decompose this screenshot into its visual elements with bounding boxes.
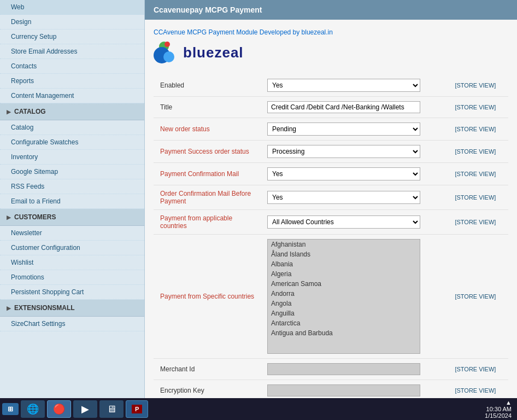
sidebar-item-customer-config[interactable]: Customer Configuration	[0, 241, 144, 255]
sidebar-section-catalog[interactable]: ▶CATALOG	[0, 103, 144, 120]
sidebar-item-rss-feeds[interactable]: RSS Feeds	[0, 179, 144, 194]
form-row-payment-specific-countries: Payment from Specific countries Afghanis…	[154, 235, 508, 359]
taskbar-media-btn[interactable]: ▶	[73, 400, 97, 418]
select-payment-confirmation-mail[interactable]: YesNo	[267, 167, 420, 180]
form-row-payment-from-countries: Payment from applicable countries All Al…	[154, 210, 508, 235]
logo-red-circle	[164, 42, 170, 47]
input-merchant-id[interactable]	[267, 363, 420, 375]
start-button[interactable]: ⊞	[2, 403, 19, 415]
bluezeal-logo-icon	[154, 42, 175, 63]
taskbar-computer-btn[interactable]: 🖥	[99, 400, 124, 418]
label-encryption-key: Encryption Key	[154, 380, 263, 399]
country-item[interactable]: Albania	[268, 259, 420, 269]
taskbar-active-app[interactable]: P	[126, 400, 148, 418]
country-item[interactable]: Antarctica	[268, 318, 420, 328]
listbox-payment-specific-countries[interactable]: AfghanistanÅland IslandsAlbaniaAlgeriaAm…	[267, 239, 420, 354]
scope-payment-success-status[interactable]: [STORE VIEW]	[450, 141, 508, 163]
sidebar-item-configurable-swatches[interactable]: Configurable Swatches	[0, 135, 144, 150]
sidebar-item-web[interactable]: Web	[0, 0, 144, 15]
input-cell-new-order-status: PendingProcessingComplete	[263, 118, 450, 141]
label-payment-success-status: Payment Success order status	[154, 141, 263, 163]
country-item[interactable]: Algeria	[268, 269, 420, 279]
sidebar-section-extensionsmall[interactable]: ▶EXTENSIONSMALL	[0, 300, 144, 317]
scope-merchant-id[interactable]: [STORE VIEW]	[450, 359, 508, 380]
input-cell-payment-from-countries: All Allowed CountriesSpecific Countries	[263, 210, 450, 235]
section-label: CUSTOMERS	[14, 213, 56, 221]
select-enabled[interactable]: YesNo	[267, 79, 420, 92]
scope-payment-specific-countries[interactable]: [STORE VIEW]	[450, 235, 508, 359]
input-encryption-key[interactable]	[267, 384, 420, 396]
taskbar: ⊞ 🌐 🔴 ▶ 🖥 P ▲10:30 AM1/15/2024	[0, 398, 517, 420]
form-row-enabled: Enabled YesNo [STORE VIEW]	[154, 74, 508, 97]
label-order-confirmation-mail: Order Confirmation Mail Before Payment	[154, 185, 263, 210]
select-new-order-status[interactable]: PendingProcessingComplete	[267, 122, 420, 136]
input-cell-title	[263, 97, 450, 118]
sidebar-item-catalog-item[interactable]: Catalog	[0, 120, 144, 135]
label-payment-from-countries: Payment from applicable countries	[154, 210, 263, 235]
active-app-icon: P	[132, 405, 142, 413]
input-cell-merchant-id	[263, 359, 450, 380]
input-cell-payment-success-status: PendingProcessingComplete	[263, 141, 450, 163]
sidebar-item-contacts[interactable]: Contacts	[0, 59, 144, 74]
scope-payment-confirmation-mail[interactable]: [STORE VIEW]	[450, 163, 508, 185]
scope-new-order-status[interactable]: [STORE VIEW]	[450, 118, 508, 141]
select-payment-success-status[interactable]: PendingProcessingComplete	[267, 145, 420, 158]
country-item[interactable]: Antigua and Barbuda	[268, 328, 420, 338]
country-item[interactable]: Anguilla	[268, 308, 420, 318]
taskbar-browser-btn[interactable]: 🌐	[21, 400, 45, 418]
sidebar-item-inventory[interactable]: Inventory	[0, 150, 144, 165]
input-title[interactable]	[267, 101, 420, 113]
settings-form: Enabled YesNo [STORE VIEW] Title [STORE …	[154, 74, 508, 398]
section-arrow-icon: ▶	[7, 305, 11, 311]
country-item[interactable]: Åland Islands	[268, 249, 420, 259]
sidebar-section-customers[interactable]: ▶CUSTOMERS	[0, 209, 144, 226]
form-row-encryption-key: Encryption Key [STORE VIEW]	[154, 380, 508, 399]
country-item[interactable]: Angola	[268, 299, 420, 308]
sidebar-item-content-management[interactable]: Content Management	[0, 89, 144, 103]
select-order-confirmation-mail[interactable]: YesNo	[267, 191, 420, 204]
sidebar-item-google-sitemap[interactable]: Google Sitemap	[0, 165, 144, 179]
input-cell-payment-confirmation-mail: YesNo	[263, 163, 450, 185]
main-content: Ccavenuepay MCPG Payment CCAvenue MCPG P…	[145, 0, 517, 398]
country-item[interactable]: Andorra	[268, 289, 420, 299]
bluezeal-logo-text: bluezeal	[183, 44, 244, 61]
sidebar-item-store-email[interactable]: Store Email Addresses	[0, 44, 144, 59]
sidebar-item-currency-setup[interactable]: Currency Setup	[0, 30, 144, 44]
input-cell-encryption-key	[263, 380, 450, 399]
scope-payment-from-countries[interactable]: [STORE VIEW]	[450, 210, 508, 235]
scope-order-confirmation-mail[interactable]: [STORE VIEW]	[450, 185, 508, 210]
sidebar-item-newsletter[interactable]: Newsletter	[0, 226, 144, 241]
form-row-merchant-id: Merchant Id [STORE VIEW]	[154, 359, 508, 380]
form-row-payment-confirmation-mail: Payment Confirmation Mail YesNo [STORE V…	[154, 163, 508, 185]
form-row-title: Title [STORE VIEW]	[154, 97, 508, 118]
section-label: CATALOG	[14, 108, 46, 115]
content-body: CCAvenue MCPG Payment Module Developed b…	[145, 20, 517, 398]
label-payment-confirmation-mail: Payment Confirmation Mail	[154, 163, 263, 185]
label-enabled: Enabled	[154, 74, 263, 97]
form-row-payment-success-status: Payment Success order status PendingProc…	[154, 141, 508, 163]
sidebar-item-reports[interactable]: Reports	[0, 74, 144, 89]
label-payment-specific-countries: Payment from Specific countries	[154, 235, 263, 359]
sidebar: WebDesignCurrency SetupStore Email Addre…	[0, 0, 145, 398]
scope-encryption-key[interactable]: [STORE VIEW]	[450, 380, 508, 399]
form-row-order-confirmation-mail: Order Confirmation Mail Before Payment Y…	[154, 185, 508, 210]
bluezeal-link[interactable]: CCAvenue MCPG Payment Module Developed b…	[154, 28, 508, 36]
section-arrow-icon: ▶	[7, 214, 11, 220]
sidebar-item-promotions[interactable]: Promotions	[0, 270, 144, 285]
sidebar-item-sizechart-settings[interactable]: SizeChart Settings	[0, 317, 144, 331]
scope-enabled[interactable]: [STORE VIEW]	[450, 74, 508, 97]
sidebar-item-design[interactable]: Design	[0, 15, 144, 30]
taskbar-chrome-btn[interactable]: 🔴	[47, 400, 71, 418]
windows-icon: ⊞	[8, 405, 13, 413]
sidebar-item-wishlist[interactable]: Wishlist	[0, 255, 144, 270]
sidebar-item-email-to-friend[interactable]: Email to a Friend	[0, 194, 144, 209]
country-item[interactable]: American Samoa	[268, 279, 420, 289]
logo-light-blue-circle	[163, 51, 174, 62]
input-cell-payment-specific-countries: AfghanistanÅland IslandsAlbaniaAlgeriaAm…	[263, 235, 450, 359]
label-title: Title	[154, 97, 263, 118]
bluezeal-logo: bluezeal	[154, 42, 508, 63]
sidebar-item-persistent-cart[interactable]: Persistent Shopping Cart	[0, 285, 144, 300]
country-item[interactable]: Afghanistan	[268, 240, 420, 249]
scope-title[interactable]: [STORE VIEW]	[450, 97, 508, 118]
select-payment-from-countries[interactable]: All Allowed CountriesSpecific Countries	[267, 215, 420, 229]
